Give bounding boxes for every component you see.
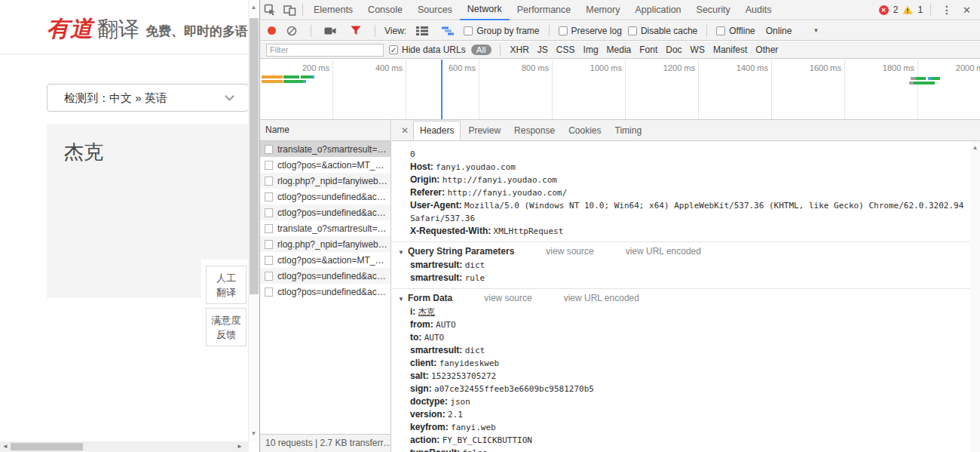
manual-translate-button[interactable]: 人工 翻译 xyxy=(206,266,247,304)
language-selector[interactable]: 检测到：中文 » 英语 xyxy=(47,84,249,112)
detail-tab-response[interactable]: Response xyxy=(508,121,561,140)
page-horizontal-scrollbar[interactable]: ◄ ► xyxy=(0,441,249,452)
checkbox-icon[interactable] xyxy=(716,26,725,35)
preserve-log-checkbox[interactable]: Preserve log xyxy=(559,26,622,36)
warning-count[interactable]: 1 xyxy=(917,5,923,15)
more-options-icon[interactable]: ⋮ xyxy=(939,4,955,16)
group-by-frame-label[interactable]: Group by frame xyxy=(476,26,539,36)
device-toolbar-icon[interactable] xyxy=(280,1,299,19)
network-toolbar: View: Group by frame Preserve log Disabl… xyxy=(260,21,980,41)
scroll-down-icon[interactable]: ▼ xyxy=(249,430,259,437)
detail-tab-cookies[interactable]: Cookies xyxy=(562,121,607,140)
request-row[interactable]: ctlog?pos=&action=MT_… xyxy=(260,157,390,173)
disable-cache-checkbox[interactable]: Disable cache xyxy=(628,26,697,36)
request-row[interactable]: ctlog?pos=undefined&ac… xyxy=(260,204,390,220)
request-list-header[interactable]: Name xyxy=(260,120,390,141)
throttling-dropdown[interactable]: Online ▼ xyxy=(766,26,819,36)
tab-network[interactable]: Network xyxy=(460,0,510,20)
tab-security[interactable]: Security xyxy=(689,1,738,20)
throttling-value[interactable]: Online xyxy=(766,26,792,36)
scroll-left-icon[interactable]: ◄ xyxy=(2,443,8,450)
hide-data-urls-checkbox[interactable]: ✓ Hide data URLs xyxy=(389,45,466,55)
group-by-frame-checkbox[interactable]: Group by frame xyxy=(464,26,539,36)
hide-data-urls-label[interactable]: Hide data URLs xyxy=(402,45,466,55)
checkbox-icon[interactable] xyxy=(628,26,637,35)
form-data-entry: from: AUTO xyxy=(398,318,977,331)
feedback-button[interactable]: 满意度 反馈 xyxy=(206,308,247,346)
request-row[interactable]: translate_o?smartresult=… xyxy=(260,220,390,236)
view-list-icon[interactable] xyxy=(412,22,432,40)
form-data-entry: smartresult: dict xyxy=(398,344,977,357)
inspect-element-icon[interactable] xyxy=(260,1,280,19)
filter-type-xhr[interactable]: XHR xyxy=(509,45,531,55)
dropdown-caret-icon[interactable]: ▼ xyxy=(813,27,819,34)
filter-type-all[interactable]: All xyxy=(471,45,492,55)
page-vertical-scrollbar[interactable]: ▲ ▼ xyxy=(248,0,259,441)
detail-tab-timing[interactable]: Timing xyxy=(609,121,648,140)
filter-type-css[interactable]: CSS xyxy=(555,45,577,55)
youdao-logo[interactable]: 有道 xyxy=(47,14,93,45)
disable-cache-label[interactable]: Disable cache xyxy=(641,26,697,36)
waterfall-icon[interactable] xyxy=(438,22,458,40)
filter-type-js[interactable]: JS xyxy=(536,45,550,55)
view-source-link[interactable]: view source xyxy=(484,292,531,305)
filter-input[interactable] xyxy=(266,44,384,57)
tab-console[interactable]: Console xyxy=(360,1,410,20)
vertical-scroll-thumb[interactable] xyxy=(250,18,259,294)
horizontal-scroll-thumb[interactable] xyxy=(11,443,83,450)
request-row[interactable]: ctlog?pos=undefined&ac… xyxy=(260,284,390,300)
manual-translate-line1: 人工 xyxy=(207,271,246,285)
tab-audits[interactable]: Audits xyxy=(738,1,779,20)
view-url-encoded-link[interactable]: view URL encoded xyxy=(626,245,701,258)
tab-performance[interactable]: Performance xyxy=(510,1,579,20)
detail-tab-preview[interactable]: Preview xyxy=(462,121,507,140)
scroll-right-icon[interactable]: ► xyxy=(237,443,243,450)
offline-label[interactable]: Offline xyxy=(729,26,755,36)
request-row[interactable]: translate_o?smartresult=… xyxy=(260,141,390,157)
query-string-title[interactable]: Query String Parameters xyxy=(408,245,514,258)
collapse-triangle-icon[interactable]: ▼ xyxy=(398,293,404,306)
filter-type-doc[interactable]: Doc xyxy=(664,45,683,55)
filter-type-media[interactable]: Media xyxy=(605,45,633,55)
record-button[interactable] xyxy=(268,26,276,35)
filter-type-img[interactable]: Img xyxy=(582,45,600,55)
tab-application[interactable]: Application xyxy=(627,1,688,20)
checkbox-icon[interactable] xyxy=(464,26,473,35)
request-row[interactable]: rlog.php?_npid=fanyiweb… xyxy=(260,236,390,252)
filter-type-other[interactable]: Other xyxy=(754,45,779,55)
scroll-up-icon[interactable]: ▲ xyxy=(970,144,980,151)
request-row[interactable]: ctlog?pos=&action=MT_… xyxy=(260,252,390,268)
clear-icon[interactable] xyxy=(282,22,302,40)
error-icon[interactable]: ✕ xyxy=(879,5,889,15)
request-row[interactable]: rlog.php?_npid=fanyiweb… xyxy=(260,173,390,189)
checkbox-checked-icon[interactable]: ✓ xyxy=(389,45,398,54)
view-source-link[interactable]: view source xyxy=(546,245,593,258)
browser-page: 有道 翻译 免费、即时的多语种 检测到：中文 » 英语 杰克 人工 翻译 满意度… xyxy=(0,0,259,452)
network-overview-timeline[interactable]: 200 ms 400 ms 600 ms 800 ms 1000 ms 1200… xyxy=(260,60,980,120)
filter-type-ws[interactable]: WS xyxy=(689,45,706,55)
chevron-down-icon[interactable] xyxy=(225,91,234,101)
offline-checkbox[interactable]: Offline xyxy=(716,26,755,36)
checkbox-icon[interactable] xyxy=(559,26,568,35)
close-devtools-icon[interactable]: ✕ xyxy=(960,5,974,16)
preserve-log-label[interactable]: Preserve log xyxy=(571,26,622,36)
error-count[interactable]: 2 xyxy=(893,5,899,15)
tab-elements[interactable]: Elements xyxy=(306,1,360,20)
close-detail-icon[interactable]: ✕ xyxy=(397,125,413,136)
collapse-triangle-icon[interactable]: ▼ xyxy=(398,246,404,259)
filter-type-font[interactable]: Font xyxy=(638,45,659,55)
capture-screenshots-icon[interactable] xyxy=(320,22,340,40)
tab-memory[interactable]: Memory xyxy=(578,1,627,20)
detail-tab-headers[interactable]: Headers xyxy=(413,121,461,140)
form-data-title[interactable]: Form Data xyxy=(408,292,452,305)
filter-icon[interactable] xyxy=(346,22,366,40)
scroll-up-icon[interactable]: ▲ xyxy=(249,4,259,11)
fanyi-logo-text[interactable]: 翻译 xyxy=(97,15,139,44)
request-row[interactable]: ctlog?pos=undefined&ac… xyxy=(260,268,390,284)
request-row[interactable]: ctlog?pos=undefined&ac… xyxy=(260,189,390,204)
detail-scrollbar[interactable]: ▲ xyxy=(970,141,980,452)
view-url-encoded-link[interactable]: view URL encoded xyxy=(564,292,639,305)
tab-sources[interactable]: Sources xyxy=(410,1,460,20)
filter-type-manifest[interactable]: Manifest xyxy=(712,45,749,55)
warning-icon[interactable] xyxy=(902,5,913,14)
